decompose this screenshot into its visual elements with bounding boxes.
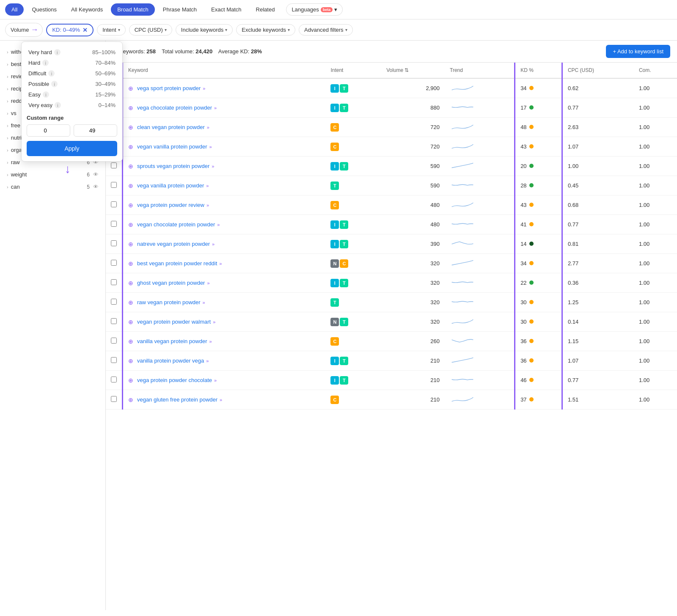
add-to-keyword-list-button[interactable]: + Add to keyword list — [606, 45, 670, 58]
add-keyword-icon[interactable]: ⊕ — [128, 143, 133, 150]
kd-close-icon[interactable]: ✕ — [83, 27, 88, 33]
tab-broad-match[interactable]: Broad Match — [111, 3, 155, 16]
expand-keyword-icon[interactable]: » — [214, 105, 217, 110]
sidebar-item-weight[interactable]: › weight 6 👁 — [0, 168, 105, 181]
row-checkbox[interactable] — [111, 396, 117, 402]
keyword-link[interactable]: ⊕ vanilla vegan protein powder » — [128, 338, 320, 345]
add-keyword-icon[interactable]: ⊕ — [128, 241, 133, 248]
kd-difficult-info-icon[interactable]: i — [48, 70, 55, 77]
kd-easy[interactable]: Easy i 15–29% — [27, 89, 117, 100]
add-keyword-icon[interactable]: ⊕ — [128, 280, 133, 286]
add-keyword-icon[interactable]: ⊕ — [128, 163, 133, 170]
add-keyword-icon[interactable]: ⊕ — [128, 221, 133, 228]
exclude-keywords-filter[interactable]: Exclude keywords ▾ — [236, 24, 295, 36]
expand-keyword-icon[interactable]: » — [220, 397, 222, 402]
tab-questions[interactable]: Questions — [25, 3, 63, 16]
eye-icon[interactable]: 👁 — [93, 184, 99, 190]
tab-related[interactable]: Related — [250, 3, 281, 16]
add-keyword-icon[interactable]: ⊕ — [128, 396, 133, 403]
intent-filter[interactable]: Intent ▾ — [97, 24, 126, 36]
apply-button[interactable]: Apply — [27, 141, 117, 156]
kd-min-input[interactable] — [27, 124, 70, 137]
kd-max-input[interactable] — [74, 124, 117, 137]
row-checkbox[interactable] — [111, 221, 117, 227]
expand-keyword-icon[interactable]: » — [217, 222, 220, 227]
col-volume-header[interactable]: Volume ⇅ — [381, 63, 445, 78]
add-keyword-icon[interactable]: ⊕ — [128, 319, 133, 325]
keyword-link[interactable]: ⊕ vega chocolate protein powder » — [128, 104, 320, 111]
keyword-link[interactable]: ⊕ best vegan protein powder reddit » — [128, 260, 320, 267]
keyword-link[interactable]: ⊕ raw vegan protein powder » — [128, 299, 320, 306]
keyword-link[interactable]: ⊕ vega sport protein powder » — [128, 85, 320, 92]
keyword-link[interactable]: ⊕ sprouts vegan protein powder » — [128, 163, 320, 170]
add-keyword-icon[interactable]: ⊕ — [128, 358, 133, 364]
kd-hard-info-icon[interactable]: i — [42, 60, 49, 66]
advanced-filters[interactable]: Advanced filters ▾ — [299, 24, 353, 36]
keyword-link[interactable]: ⊕ vegan protein powder walmart » — [128, 319, 320, 325]
expand-keyword-icon[interactable]: » — [209, 144, 212, 149]
row-checkbox[interactable] — [111, 299, 117, 305]
volume-filter[interactable]: Volume → — [5, 23, 43, 37]
kd-very-hard-info-icon[interactable]: i — [54, 49, 61, 55]
kd-hard[interactable]: Hard i 70–84% — [27, 58, 117, 68]
keyword-link[interactable]: ⊕ vega protein powder chocolate » — [128, 377, 320, 384]
add-keyword-icon[interactable]: ⊕ — [128, 182, 133, 189]
row-checkbox[interactable] — [111, 377, 117, 382]
tab-phrase-match[interactable]: Phrase Match — [157, 3, 203, 16]
eye-icon[interactable]: 👁 — [93, 171, 99, 178]
add-keyword-icon[interactable]: ⊕ — [128, 377, 133, 384]
row-checkbox[interactable] — [111, 279, 117, 285]
add-keyword-icon[interactable]: ⊕ — [128, 202, 133, 209]
expand-keyword-icon[interactable]: » — [207, 280, 209, 286]
cpc-filter[interactable]: CPC (USD) ▾ — [129, 24, 172, 36]
kd-very-hard[interactable]: Very hard i 85–100% — [27, 47, 117, 58]
keyword-link[interactable]: ⊕ ghost vegan protein powder » — [128, 280, 320, 286]
languages-dropdown[interactable]: Languages beta ▾ — [286, 3, 343, 16]
expand-keyword-icon[interactable]: » — [206, 203, 209, 208]
tab-exact-match[interactable]: Exact Match — [205, 3, 248, 16]
kd-filter[interactable]: KD: 0–49% ✕ — [46, 24, 94, 36]
expand-keyword-icon[interactable]: » — [203, 300, 205, 305]
add-keyword-icon[interactable]: ⊕ — [128, 299, 133, 306]
row-checkbox[interactable] — [111, 240, 117, 246]
sidebar-item-can[interactable]: › can 5 👁 — [0, 181, 105, 193]
expand-keyword-icon[interactable]: » — [209, 339, 212, 344]
keyword-link[interactable]: ⊕ vanilla protein powder vega » — [128, 358, 320, 364]
expand-keyword-icon[interactable]: » — [212, 164, 214, 169]
add-keyword-icon[interactable]: ⊕ — [128, 85, 133, 92]
kd-very-easy[interactable]: Very easy i 0–14% — [27, 100, 117, 110]
row-checkbox[interactable] — [111, 182, 117, 188]
expand-keyword-icon[interactable]: » — [214, 378, 217, 383]
keyword-link[interactable]: ⊕ vega vanilla protein powder » — [128, 182, 320, 189]
add-keyword-icon[interactable]: ⊕ — [128, 260, 133, 267]
expand-keyword-icon[interactable]: » — [219, 261, 222, 266]
expand-keyword-icon[interactable]: » — [206, 358, 209, 363]
keyword-link[interactable]: ⊕ natreve vegan protein powder » — [128, 241, 320, 248]
keyword-link[interactable]: ⊕ vegan gluten free protein powder » — [128, 396, 320, 403]
kd-possible-info-icon[interactable]: i — [51, 81, 58, 87]
row-checkbox[interactable] — [111, 357, 117, 363]
tab-all-keywords[interactable]: All Keywords — [65, 3, 109, 16]
row-checkbox[interactable] — [111, 338, 117, 344]
row-checkbox[interactable] — [111, 318, 117, 324]
kd-possible[interactable]: Possible i 30–49% — [27, 79, 117, 89]
keyword-link[interactable]: ⊕ vegan vanilla protein powder » — [128, 143, 320, 150]
kd-very-easy-info-icon[interactable]: i — [55, 102, 61, 108]
keyword-link[interactable]: ⊕ vegan chocolate protein powder » — [128, 221, 320, 228]
keyword-link[interactable]: ⊕ clean vegan protein powder » — [128, 124, 320, 131]
row-checkbox[interactable] — [111, 162, 117, 168]
add-keyword-icon[interactable]: ⊕ — [128, 124, 133, 131]
add-keyword-icon[interactable]: ⊕ — [128, 338, 133, 345]
kd-easy-info-icon[interactable]: i — [43, 91, 49, 98]
expand-keyword-icon[interactable]: » — [213, 319, 215, 324]
expand-keyword-icon[interactable]: » — [212, 242, 215, 247]
include-keywords-filter[interactable]: Include keywords ▾ — [176, 24, 233, 36]
add-keyword-icon[interactable]: ⊕ — [128, 104, 133, 111]
expand-keyword-icon[interactable]: » — [207, 125, 209, 130]
row-checkbox[interactable] — [111, 260, 117, 266]
tab-all[interactable]: All — [5, 3, 24, 16]
expand-keyword-icon[interactable]: » — [206, 183, 209, 188]
keyword-link[interactable]: ⊕ vega protein powder review » — [128, 202, 320, 209]
expand-keyword-icon[interactable]: » — [203, 86, 205, 91]
kd-difficult[interactable]: Difficult i 50–69% — [27, 68, 117, 79]
